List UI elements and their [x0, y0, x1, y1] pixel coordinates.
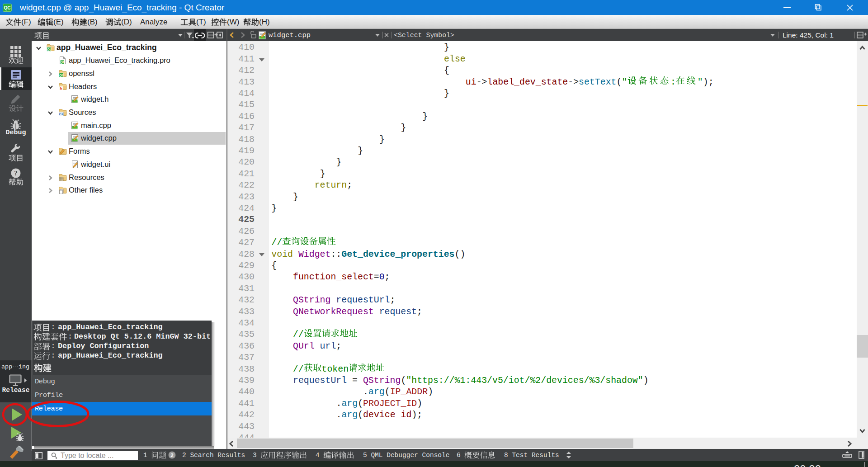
svg-text:?: ?: [14, 170, 18, 177]
svg-text:C+: C+: [59, 112, 64, 116]
svg-text:QC: QC: [4, 5, 11, 10]
svg-text:Qt: Qt: [61, 61, 64, 64]
svg-text:Qt: Qt: [47, 47, 51, 51]
svg-text:h: h: [60, 86, 62, 90]
svg-text:Qt: Qt: [59, 73, 63, 77]
svg-text:2: 2: [170, 453, 173, 458]
